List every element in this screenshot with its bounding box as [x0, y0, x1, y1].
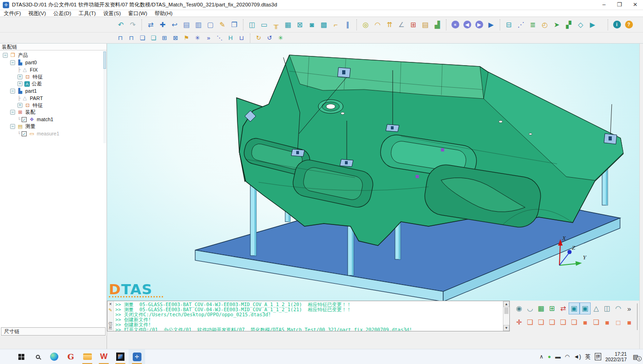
menu-item-0[interactable]: 文件(F) [4, 10, 21, 17]
tree-item-装配-8[interactable]: −⊞装配 [0, 109, 107, 116]
leaf-book-icon[interactable]: ▞ [563, 19, 575, 30]
rotate-ccw-icon[interactable]: ↺ [264, 34, 275, 43]
shapes-group-icon[interactable]: ◫ [602, 302, 613, 314]
tree-item-measure1-11[interactable]: └✓▭measure1 [0, 130, 107, 138]
scroll-thumb[interactable] [504, 308, 508, 314]
tree-item-part0-1[interactable]: −▙part0 [0, 59, 107, 67]
tree-item-FIX-2[interactable]: ├△FIX [0, 66, 107, 73]
new-file-icon[interactable]: ✚ [157, 19, 169, 30]
pan-view-icon[interactable]: ✛ [513, 316, 525, 328]
frame-view-icon[interactable]: ▭ [258, 19, 270, 30]
tree-expander-icon[interactable]: − [10, 60, 15, 65]
shapes-half-icon[interactable]: ◠ [613, 302, 624, 314]
ime-lang[interactable]: 英 [585, 353, 591, 361]
notification-icon[interactable]: ▤1 [633, 353, 638, 360]
step-back-icon[interactable]: ◀ [461, 19, 473, 30]
swap-view-icon[interactable]: ⇄ [558, 302, 569, 314]
zoom-eye-icon[interactable]: ◉ [513, 302, 525, 314]
cube-shaded-icon[interactable]: ■ [624, 316, 635, 328]
browser-g-app[interactable]: G [62, 349, 79, 364]
scroll-up-icon[interactable]: ▲ [503, 301, 509, 307]
close-button[interactable]: ✕ [627, 0, 643, 10]
console-tab-info[interactable]: 信息 [108, 322, 113, 331]
skip-start-icon[interactable]: « [449, 19, 461, 30]
run-icon[interactable]: ▶ [587, 19, 598, 30]
cube-top-icon[interactable]: ■ [580, 316, 591, 328]
save-file-icon[interactable]: ↩ [169, 19, 180, 30]
wechat-icon[interactable]: ● [547, 353, 551, 360]
volume-icon[interactable]: ◄) [574, 353, 581, 360]
device-icon[interactable]: ▬ [555, 353, 561, 360]
tree-checkbox[interactable]: ✓ [22, 131, 27, 136]
cube-right-icon[interactable]: ❏ [569, 316, 580, 328]
tree-item-特征-3[interactable]: +⊡特征 [0, 73, 107, 81]
select-ok-icon[interactable]: ▣ [569, 302, 580, 314]
tree-expander-icon[interactable]: + [17, 103, 23, 108]
start-button[interactable] [13, 349, 29, 364]
menu-item-2[interactable]: 公差(D) [53, 10, 71, 17]
tree-item-特征-7[interactable]: +⊡特征 [0, 102, 107, 109]
mesh-view-icon[interactable]: ▩ [318, 19, 330, 30]
cube-bottom-icon[interactable]: ❏ [591, 316, 602, 328]
overflow-icon[interactable]: » [624, 302, 635, 314]
dtas-app[interactable]: ✛ [129, 349, 145, 364]
import-model-icon[interactable]: ⇄ [145, 19, 157, 30]
console-pencil-icon[interactable]: ✎ [108, 308, 112, 315]
branch-out-icon[interactable]: » [203, 34, 214, 43]
feature-flag-icon[interactable]: ⇈ [384, 19, 395, 30]
rotate-cw-icon[interactable]: ↻ [253, 34, 264, 43]
datum-target-icon[interactable]: ◎ [360, 19, 372, 30]
photos-app[interactable] [112, 349, 129, 364]
cube-left-icon[interactable]: ❏ [558, 316, 569, 328]
tree-item-公差-4[interactable]: +A公差 [0, 80, 107, 88]
cube-move-icon[interactable]: ❏ [137, 34, 148, 43]
cube-solid-icon[interactable]: ■ [602, 316, 613, 328]
tree-expander-icon[interactable]: − [10, 89, 15, 94]
menu-item-3[interactable]: 工具(T) [79, 10, 96, 17]
right-splitter[interactable] [639, 44, 643, 349]
cube-back-icon[interactable]: ❏ [547, 316, 558, 328]
wifi-icon[interactable]: ◠ [565, 353, 570, 360]
viewport-3d[interactable]: X Z Y DTAS [107, 44, 643, 301]
branch-point-icon[interactable]: ⋱ [214, 34, 225, 43]
menu-item-5[interactable]: 窗口(W) [128, 10, 147, 17]
scatter-icon[interactable]: ⋰ [515, 19, 527, 30]
edit-document-icon[interactable]: ✎ [216, 19, 228, 30]
axes-node-icon[interactable]: ✳ [192, 34, 203, 43]
menu-item-4[interactable]: 设置(S) [103, 10, 121, 17]
tree-expander-icon[interactable]: + [17, 81, 23, 86]
table-view-icon[interactable]: ╥ [270, 19, 282, 30]
edge-app[interactable] [46, 349, 62, 364]
export-icon[interactable]: ➤ [551, 19, 563, 30]
tree-expander-icon[interactable]: − [10, 124, 15, 129]
tree-item-PART-6[interactable]: ├△PART [0, 95, 107, 102]
restore-button[interactable]: ❐ [612, 0, 627, 10]
step-forward-icon[interactable]: ▶ [473, 19, 485, 30]
tab-size-chain[interactable]: 尺寸链 [1, 327, 106, 336]
measure-tool-icon[interactable]: ▤ [419, 19, 431, 30]
tree-item-产品-0[interactable]: −❒产品 [0, 52, 107, 59]
match-group-icon[interactable]: ⊓ [126, 34, 137, 43]
tree-scrollbar[interactable] [103, 51, 106, 143]
tray-chevron-icon[interactable]: ∧ [540, 353, 544, 360]
minimize-button[interactable]: – [596, 0, 612, 10]
cube-front-icon[interactable]: ❏ [536, 316, 547, 328]
tree-expander-icon[interactable]: − [3, 53, 8, 58]
cube-preview-icon[interactable]: ❏ [148, 34, 159, 43]
histogram-icon[interactable]: ▟ [431, 19, 443, 30]
tree-item-part1-5[interactable]: −▙part1 [0, 88, 107, 95]
shield-icon[interactable]: ◇ [575, 19, 587, 30]
locate-pin-icon[interactable]: ⚑ [181, 34, 192, 43]
notebook-icon[interactable]: ❐ [228, 19, 240, 30]
console-close-icon[interactable]: × [109, 301, 112, 308]
stack-icon[interactable]: ≣ [527, 19, 539, 30]
taskbar-clock[interactable]: 17:21 2022/2/17 [605, 351, 627, 362]
report-image-icon[interactable]: ▤ [180, 19, 192, 30]
zoom-eye-minus-icon[interactable]: ◡ [525, 302, 536, 314]
report-data-icon[interactable]: ▥ [192, 19, 204, 30]
tree-checkbox[interactable]: ✓ [22, 117, 27, 122]
tree-item-match1-9[interactable]: └✓❖match1 [0, 116, 107, 123]
points-view-icon[interactable]: ▦ [282, 19, 294, 30]
menu-item-6[interactable]: 帮助(H) [155, 10, 173, 17]
redo-icon[interactable]: ↷ [127, 19, 139, 30]
